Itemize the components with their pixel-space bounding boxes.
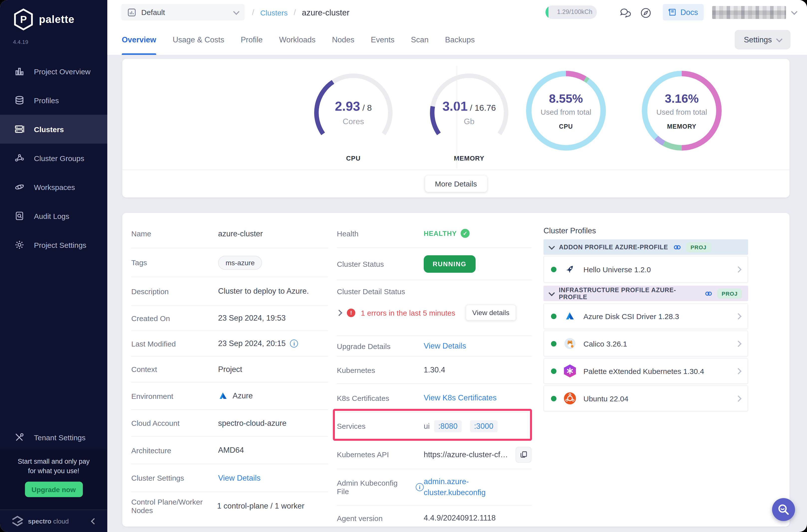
sidebar-item-profiles[interactable]: Profiles [0, 86, 107, 115]
profile-item-hello-universe[interactable]: Hello Universe 1.2.0 [544, 256, 748, 283]
memory-donut: 3.16% Used from total MEMORY [642, 71, 722, 151]
field-label: Cluster Status [337, 260, 424, 268]
profile-item-ubuntu[interactable]: Ubuntu 22.04 [544, 385, 748, 411]
k8s-certificates-row: K8s Certificates View K8s Certificates [337, 383, 532, 412]
sidebar-item-audit-logs[interactable]: Audit Logs [0, 202, 107, 230]
settings-button[interactable]: Settings [735, 30, 790, 49]
pxk-icon [564, 364, 576, 377]
field-label: Tags [131, 258, 218, 267]
expand-errors-icon[interactable] [336, 309, 342, 316]
info-icon[interactable]: i [290, 340, 298, 347]
addon-profile-header[interactable]: ADDON PROFILE AZURE-PROFILE PROJ [544, 239, 748, 255]
cluster-tabs-bar: Overview Usage & Costs Profile Workloads… [107, 25, 807, 55]
collapse-sidebar-icon[interactable] [91, 518, 97, 524]
cluster-profiles-title: Cluster Profiles [544, 226, 748, 235]
field-label: Architecture [131, 446, 218, 454]
link-icon [673, 243, 681, 251]
breadcrumb-current: azure-cluster [302, 8, 350, 17]
nodes-value: 1 control-plane / 1 worker [217, 501, 305, 511]
environment-value: Azure [233, 392, 253, 400]
chevron-down-icon [776, 36, 782, 42]
view-error-details-button[interactable]: View details [466, 305, 516, 321]
kubeconfig-file-link[interactable]: admin.azure-cluster.kubeconfig [424, 476, 485, 498]
chevron-right-icon [735, 266, 741, 272]
breadcrumb-clusters-link[interactable]: Clusters [260, 8, 288, 17]
tab-usage-costs[interactable]: Usage & Costs [173, 25, 224, 55]
field-label: Services [337, 422, 424, 430]
network-icon [14, 153, 25, 164]
tab-profile[interactable]: Profile [241, 25, 263, 55]
sidebar-item-cluster-groups[interactable]: Cluster Groups [0, 144, 107, 172]
chevron-right-icon [735, 313, 741, 319]
infrastructure-profile-header[interactable]: INFRASTRUCTURE PROFILE AZURE-PROFILE PRO… [544, 286, 748, 301]
field-label: Kubernetes [337, 366, 424, 374]
svg-text:P: P [20, 14, 27, 25]
service-port-8080-link[interactable]: :8080 [434, 420, 462, 432]
agent-version-value: 4.4.9/20240912.1118 [424, 514, 496, 522]
promo-text: Start small and only pay for what you us… [0, 457, 107, 476]
description-value: Cluster to deploy to Azure. [218, 287, 309, 296]
profile-item-label: Palette eXtended Kubernetes 1.30.4 [583, 367, 729, 375]
sidebar-item-clusters[interactable]: Clusters [0, 115, 107, 144]
tab-workloads[interactable]: Workloads [279, 25, 316, 55]
profile-item-calico[interactable]: Calico 3.26.1 [544, 330, 748, 357]
context-row: Context Project [131, 356, 328, 382]
profile-item-pxk[interactable]: Palette eXtended Kubernetes 1.30.4 [544, 358, 748, 384]
status-dot [551, 341, 556, 346]
health-row: Health HEALTHY✓ [337, 220, 532, 247]
sidebar-item-workspaces[interactable]: Workspaces [0, 172, 107, 202]
profile-item-azure-disk-csi[interactable]: Azure Disk CSI Driver 1.28.3 [544, 303, 748, 329]
compass-icon[interactable] [639, 6, 652, 19]
search-fab-button[interactable] [772, 498, 795, 521]
upgrade-view-details-link[interactable]: View Details [424, 342, 466, 350]
healthy-check-icon: ✓ [461, 229, 470, 238]
tab-events[interactable]: Events [371, 25, 395, 55]
cluster-settings-view-details-link[interactable]: View Details [218, 473, 260, 482]
tab-overview[interactable]: Overview [122, 25, 156, 55]
cluster-details-card: Name azure-cluster Tags ms-azure Descrip… [122, 213, 790, 527]
kubernetes-row: Kubernetes 1.30.4 [337, 356, 532, 383]
chevron-down-icon [791, 8, 797, 15]
nodes-row: Control Plane/Worker Nodes 1 control-pla… [131, 492, 328, 520]
sidebar-item-project-settings[interactable]: Project Settings [0, 230, 107, 259]
sidebar: P palette 4.4.19 Project Overview Profil… [0, 0, 107, 532]
context-value: Project [218, 365, 242, 374]
info-icon[interactable]: i [416, 483, 424, 491]
sidebar-item-project-overview[interactable]: Project Overview [0, 57, 107, 86]
docs-button[interactable]: Docs [663, 4, 704, 20]
tab-nodes[interactable]: Nodes [332, 25, 354, 55]
calico-icon [564, 337, 576, 350]
cpu-gauge-total: / 8 [362, 103, 372, 113]
cpu-gauge-value: 2.93 [335, 99, 360, 114]
sidebar-item-label: Workspaces [34, 183, 75, 191]
project-selector[interactable]: Default [121, 4, 244, 20]
field-label: K8s Certificates [337, 394, 424, 402]
memory-gauge-unit: Gb [427, 117, 512, 126]
sidebar-item-tenant-settings[interactable]: Tenant Settings [0, 423, 107, 452]
copy-icon[interactable] [516, 446, 532, 462]
user-menu[interactable] [712, 6, 796, 19]
tab-scan[interactable]: Scan [411, 25, 429, 55]
view-k8s-certificates-link[interactable]: View K8s Certificates [424, 393, 497, 402]
field-label: Control Plane/Worker Nodes [131, 498, 217, 515]
cluster-status-row: Cluster Status RUNNING [337, 247, 532, 280]
addon-profile-name: ADDON PROFILE AZURE-PROFILE [559, 244, 668, 250]
more-details-button[interactable]: More Details [425, 175, 487, 192]
app-window: P palette 4.4.19 Project Overview Profil… [0, 0, 807, 532]
cpu-donut-value: 8.55% [549, 92, 583, 106]
field-label: Last Modified [131, 339, 218, 348]
status-dot [551, 396, 556, 401]
azure-icon [564, 310, 576, 323]
cluster-name-value: azure-cluster [218, 229, 263, 238]
service-port-3000-link[interactable]: :3000 [470, 420, 498, 432]
upgrade-now-button[interactable]: Upgrade now [25, 482, 82, 497]
health-value: HEALTHY [424, 230, 457, 237]
cpu-gauge-label: CPU [311, 155, 396, 162]
profile-item-label: Calico 3.26.1 [583, 339, 729, 348]
running-status-badge[interactable]: RUNNING [424, 255, 475, 272]
settings-button-label: Settings [744, 35, 772, 44]
tab-backups[interactable]: Backups [445, 25, 475, 55]
chat-icon[interactable] [619, 6, 632, 19]
palette-logo: P palette [13, 8, 74, 31]
cpu-donut-label: CPU [559, 123, 573, 130]
